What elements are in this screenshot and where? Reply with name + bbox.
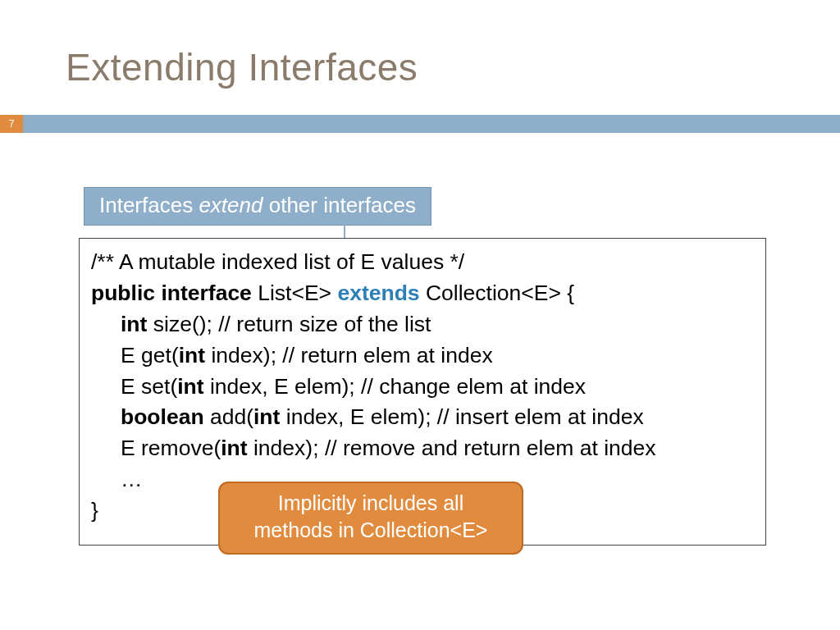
kw-public-interface: public interface <box>91 281 258 305</box>
code-text: index); // remove and return elem at ind… <box>253 436 656 460</box>
header-bar <box>0 115 840 133</box>
callout-top: Interfaces extend other interfaces <box>84 187 431 226</box>
code-text: Collection<E> { <box>420 281 575 305</box>
code-text: add( <box>210 404 253 429</box>
callout-top-post: other interfaces <box>262 193 415 217</box>
kw-int: int <box>221 436 253 460</box>
code-text: index, E elem); // insert elem at index <box>286 404 644 429</box>
kw-int: int <box>121 312 153 336</box>
slide: Extending Interfaces 7 Interfaces extend… <box>0 0 840 630</box>
code-text: index); // return elem at index <box>211 343 492 368</box>
code-text: index, E elem); // change elem at index <box>210 374 586 399</box>
code-text: size(); // return size of the list <box>153 312 431 336</box>
kw-int: int <box>179 343 212 368</box>
kw-boolean: boolean <box>121 404 210 429</box>
code-comment: /** A mutable indexed list of E values *… <box>91 249 464 274</box>
callout-bottom: Implicitly includes all methods in Colle… <box>218 482 523 555</box>
callout-top-pre: Interfaces <box>99 193 199 217</box>
code-text: E remove( <box>121 436 221 460</box>
kw-extends: extends <box>337 281 419 305</box>
page-number: 7 <box>0 115 23 133</box>
code-text: List<E> <box>258 281 337 305</box>
code-close-brace: } <box>91 498 98 523</box>
callout-top-em: extend <box>199 193 262 217</box>
callout-bottom-line2: methods in Collection<E> <box>254 518 488 541</box>
callout-bottom-line1: Implicitly includes all <box>278 491 463 514</box>
slide-title: Extending Interfaces <box>66 45 418 89</box>
code-text: E set( <box>121 374 177 399</box>
kw-int: int <box>177 374 210 399</box>
code-text: E get( <box>121 343 179 368</box>
kw-int: int <box>253 404 286 429</box>
